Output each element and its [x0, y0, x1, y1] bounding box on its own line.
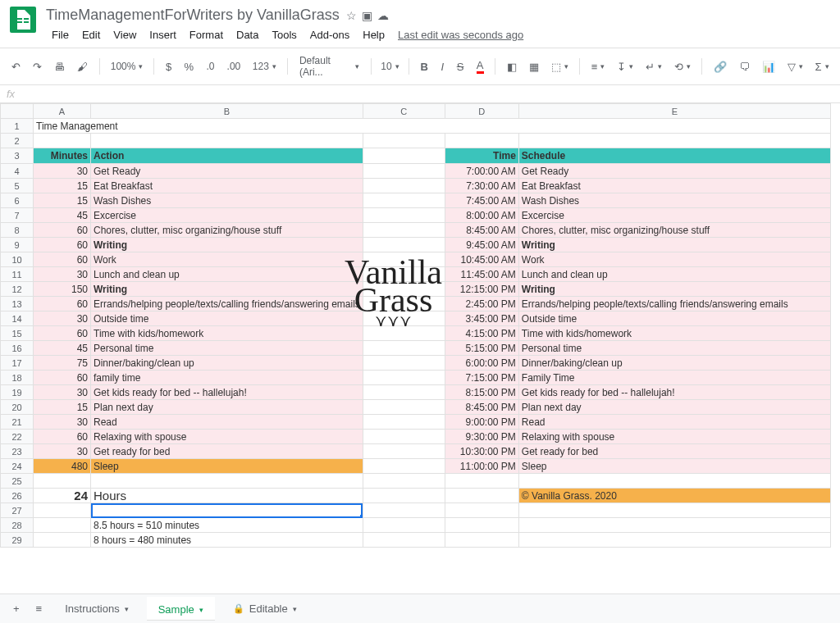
schedule-cell[interactable]: Writing: [518, 282, 830, 297]
time-cell[interactable]: 7:00:00 AM: [445, 164, 518, 179]
menu-view[interactable]: View: [107, 25, 142, 44]
bold-button[interactable]: B: [416, 57, 433, 76]
time-cell[interactable]: 8:15:00 PM: [445, 385, 518, 400]
row-header[interactable]: 11: [1, 267, 34, 282]
menu-addons[interactable]: Add-ons: [304, 25, 355, 44]
minutes-cell[interactable]: 75: [34, 356, 91, 371]
action-cell[interactable]: Read: [91, 415, 363, 430]
action-cell[interactable]: Lunch and clean up: [91, 267, 363, 282]
minutes-cell[interactable]: 60: [34, 326, 91, 341]
minutes-cell[interactable]: 30: [34, 164, 91, 179]
move-icon[interactable]: ▣: [362, 9, 372, 22]
schedule-cell[interactable]: Work: [518, 252, 830, 267]
schedule-cell[interactable]: Errands/helping people/texts/calling fri…: [518, 297, 830, 312]
action-cell[interactable]: Sleep: [91, 459, 363, 474]
menu-edit[interactable]: Edit: [76, 25, 106, 44]
row-header[interactable]: 18: [1, 371, 34, 385]
all-sheets-button[interactable]: ≡: [31, 599, 48, 612]
undo-button[interactable]: ↶: [7, 57, 25, 76]
schedule-cell[interactable]: Plan next day: [518, 400, 830, 415]
menu-format[interactable]: Format: [184, 25, 229, 44]
minutes-cell[interactable]: 30: [34, 385, 91, 400]
minutes-cell[interactable]: 15: [34, 400, 91, 415]
action-cell[interactable]: Get ready for bed: [91, 444, 363, 459]
col-header-b[interactable]: B: [91, 104, 363, 119]
row-header[interactable]: 27: [1, 503, 34, 518]
action-cell[interactable]: Relaxing with spouse: [91, 430, 363, 444]
title-cell[interactable]: Time Management: [34, 119, 831, 134]
col-header-c[interactable]: C: [363, 104, 445, 119]
time-cell[interactable]: 8:45:00 PM: [445, 400, 518, 415]
menu-file[interactable]: File: [46, 25, 75, 44]
chart-button[interactable]: 📊: [757, 57, 779, 76]
action-cell[interactable]: Outside time: [91, 312, 363, 326]
row-header[interactable]: 22: [1, 430, 34, 444]
paint-format-button[interactable]: 🖌: [73, 57, 93, 76]
minutes-cell[interactable]: 60: [34, 371, 91, 385]
cloud-icon[interactable]: ☁: [377, 9, 389, 22]
time-cell[interactable]: 5:15:00 PM: [445, 341, 518, 356]
time-cell[interactable]: 10:30:00 PM: [445, 444, 518, 459]
action-cell[interactable]: Writing: [91, 238, 363, 252]
menu-tools[interactable]: Tools: [266, 25, 302, 44]
active-cell[interactable]: [91, 503, 363, 518]
header-time[interactable]: Time: [445, 148, 518, 164]
schedule-cell[interactable]: Eat Breakfast: [518, 179, 830, 193]
schedule-cell[interactable]: Personal time: [518, 341, 830, 356]
col-header-a[interactable]: A: [34, 104, 91, 119]
fill-color-button[interactable]: ◧: [502, 57, 521, 76]
menu-insert[interactable]: Insert: [144, 25, 182, 44]
print-button[interactable]: 🖶: [50, 57, 70, 76]
minutes-cell[interactable]: 60: [34, 223, 91, 238]
row-header[interactable]: 8: [1, 223, 34, 238]
time-cell[interactable]: 2:45:00 PM: [445, 297, 518, 312]
schedule-cell[interactable]: Writing: [518, 238, 830, 252]
minutes-cell[interactable]: 30: [34, 312, 91, 326]
row-header[interactable]: 25: [1, 474, 34, 489]
header-schedule[interactable]: Schedule: [518, 148, 830, 164]
add-sheet-button[interactable]: +: [8, 599, 25, 612]
time-cell[interactable]: 4:15:00 PM: [445, 326, 518, 341]
row-header[interactable]: 9: [1, 238, 34, 252]
time-cell[interactable]: 8:45:00 AM: [445, 223, 518, 238]
strike-button[interactable]: S: [452, 57, 468, 76]
tab-editable[interactable]: 🔒Editable▾: [221, 598, 308, 612]
row-header[interactable]: 4: [1, 164, 34, 179]
minutes-cell[interactable]: 30: [34, 267, 91, 282]
row-header[interactable]: 1: [1, 119, 34, 134]
font-select[interactable]: Default (Ari...: [294, 52, 364, 81]
minutes-cell[interactable]: 480: [34, 459, 91, 474]
schedule-cell[interactable]: Sleep: [518, 459, 830, 474]
action-cell[interactable]: Work: [91, 252, 363, 267]
time-cell[interactable]: 9:00:00 PM: [445, 415, 518, 430]
action-cell[interactable]: Writing: [91, 282, 363, 297]
schedule-cell[interactable]: Dinner/baking/clean up: [518, 356, 830, 371]
row-header[interactable]: 19: [1, 385, 34, 400]
merge-button[interactable]: ⬚: [547, 57, 573, 76]
row-header[interactable]: 6: [1, 193, 34, 208]
filter-button[interactable]: ▽: [783, 57, 807, 76]
text-color-button[interactable]: A: [472, 56, 488, 77]
sheets-logo[interactable]: [10, 7, 36, 33]
font-size-select[interactable]: 10: [378, 57, 402, 75]
italic-button[interactable]: I: [436, 57, 449, 76]
v-align-button[interactable]: ↧: [613, 57, 638, 76]
time-cell[interactable]: 7:15:00 PM: [445, 371, 518, 385]
row-header[interactable]: 23: [1, 444, 34, 459]
row-header[interactable]: 7: [1, 208, 34, 223]
row-header[interactable]: 28: [1, 518, 34, 533]
schedule-cell[interactable]: Excercise: [518, 208, 830, 223]
col-header-e[interactable]: E: [518, 104, 830, 119]
action-cell[interactable]: Excercise: [91, 208, 363, 223]
row-header[interactable]: 24: [1, 459, 34, 474]
header-minutes[interactable]: Minutes: [34, 148, 91, 164]
spreadsheet-grid[interactable]: A B C D E 1Time Management 2 3 Minutes A…: [0, 103, 831, 548]
row-header[interactable]: 10: [1, 252, 34, 267]
time-cell[interactable]: 12:15:00 PM: [445, 282, 518, 297]
minutes-cell[interactable]: 30: [34, 444, 91, 459]
minutes-cell[interactable]: 30: [34, 415, 91, 430]
wrap-button[interactable]: ↵: [641, 57, 667, 76]
select-all-cell[interactable]: [1, 104, 34, 119]
row-header[interactable]: 3: [1, 148, 34, 164]
row-header[interactable]: 2: [1, 134, 34, 148]
